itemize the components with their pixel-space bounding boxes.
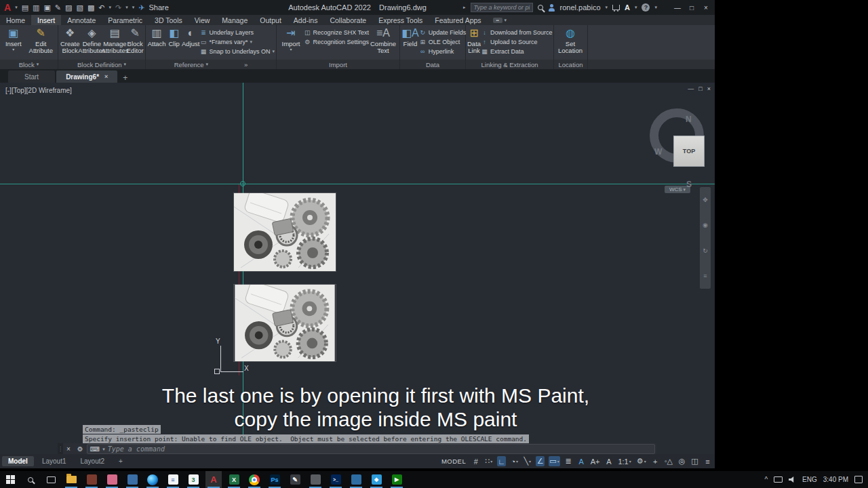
- viewport-controls[interactable]: [-][Top][2D Wireframe]: [5, 87, 72, 94]
- data-link-button[interactable]: ⊞ Data Link: [467, 26, 481, 54]
- tab-add-ins[interactable]: Add-ins: [288, 15, 324, 25]
- update-fields-button[interactable]: ↻ Update Fields: [419, 28, 467, 37]
- layout-tab-layout2[interactable]: Layout2: [74, 456, 111, 466]
- new-drawing-icon[interactable]: ▤: [22, 3, 28, 12]
- clip-button[interactable]: ◧ Clip: [166, 26, 182, 47]
- upload-to-source-button[interactable]: ↑ Upload to Source: [481, 38, 553, 46]
- model-space-label[interactable]: MODEL: [441, 458, 466, 465]
- annotation-scale-button[interactable]: 1:1▾: [617, 456, 631, 466]
- ortho-toggle[interactable]: ∟: [497, 456, 506, 466]
- tray-speaker-icon[interactable]: [789, 476, 796, 483]
- panel-label-block[interactable]: Block▾: [0, 60, 58, 69]
- taskbar-word-button[interactable]: ≡: [165, 471, 181, 488]
- taskbar-excel-button[interactable]: X: [226, 471, 242, 488]
- clean-screen-button[interactable]: ◫: [690, 456, 699, 466]
- close-button[interactable]: ×: [701, 4, 711, 12]
- create-block-button[interactable]: ❖ Create Block: [60, 26, 80, 54]
- annotation-add-button[interactable]: +: [651, 456, 660, 466]
- taskbar-sheet3-button[interactable]: 3: [185, 471, 201, 488]
- taskbar-app-window-button[interactable]: [307, 471, 323, 488]
- help-caret-icon[interactable]: ▾: [654, 5, 657, 10]
- tab-view[interactable]: View: [189, 15, 216, 25]
- customize-wrench-icon[interactable]: ⚙: [77, 445, 83, 453]
- underlay-layers-button[interactable]: ≣ Underlay Layers: [199, 28, 275, 37]
- wcs-menu[interactable]: WCS▾: [665, 186, 690, 193]
- block-editor-button[interactable]: ✎ Block Editor: [126, 26, 144, 54]
- tab-manage[interactable]: Manage: [216, 15, 254, 25]
- tray-language[interactable]: ENG: [802, 476, 817, 483]
- panel-label-import[interactable]: Import: [277, 60, 400, 69]
- taskbar-powershell-button[interactable]: >_: [328, 471, 344, 488]
- taskbar-autocad-button[interactable]: A: [205, 471, 222, 488]
- nav-more-icon[interactable]: ≡: [703, 272, 707, 279]
- tab-home[interactable]: Home: [0, 15, 31, 25]
- set-location-button[interactable]: ◍ Set Location: [555, 26, 585, 54]
- tab-express-tools[interactable]: Express Tools: [372, 15, 429, 25]
- help-icon[interactable]: ?: [642, 3, 650, 12]
- panel-label-reference[interactable]: Reference▾»: [146, 60, 277, 69]
- tab-collaborate[interactable]: Collaborate: [323, 15, 372, 25]
- tray-chevron-icon[interactable]: ^: [764, 476, 768, 483]
- nav-pan-icon[interactable]: ✥: [703, 197, 708, 203]
- qat-customize-caret-icon[interactable]: ▾: [132, 5, 135, 10]
- start-button[interactable]: [2, 471, 18, 488]
- adjust-button[interactable]: ◐ Adjust: [182, 26, 199, 47]
- taskbar-pen-app-button[interactable]: ✎: [287, 471, 303, 488]
- taskbar-app-photos[interactable]: [104, 471, 120, 488]
- manage-attributes-button[interactable]: ▤ Manage Attributes: [103, 26, 126, 54]
- app-store-cart-icon[interactable]: [612, 5, 620, 10]
- recognition-settings-button[interactable]: ⚙ Recognition Settings: [304, 38, 369, 46]
- combine-text-button[interactable]: ≡A Combine Text: [369, 26, 397, 54]
- taskbar-shield-button[interactable]: ◆: [368, 471, 384, 488]
- panel-label-data[interactable]: Data: [400, 60, 466, 69]
- recognize-shx-text-button[interactable]: ◫ Recognize SHX Text: [304, 28, 369, 37]
- ribbon-display-icon[interactable]: ▪▪: [493, 18, 502, 23]
- taskbar-search-button[interactable]: [22, 471, 39, 488]
- add-layout-button[interactable]: +: [113, 456, 129, 466]
- drawing-minimize-button[interactable]: —: [688, 85, 694, 92]
- layout-tab-model[interactable]: Model: [2, 456, 34, 466]
- lineweight-toggle[interactable]: ≣: [564, 456, 573, 466]
- command-close-icon[interactable]: ×: [66, 445, 71, 453]
- taskbar-edge-button[interactable]: [144, 471, 161, 488]
- viewcube-west[interactable]: W: [654, 147, 662, 157]
- user-name[interactable]: ronel.pabico: [560, 3, 601, 12]
- task-view-button[interactable]: [43, 471, 59, 488]
- insert-block-button[interactable]: ▣ Insert ▾: [1, 26, 26, 52]
- user-caret-icon[interactable]: ▾: [606, 5, 608, 10]
- taskbar-green-arrow-button[interactable]: ▶: [389, 471, 405, 488]
- plot-icon[interactable]: ▨: [65, 3, 72, 12]
- hardware-acceleration-button[interactable]: ◎: [677, 456, 686, 466]
- taskbar-doc-blue-button[interactable]: [348, 471, 364, 488]
- attach-button[interactable]: ▥ Attach: [147, 26, 166, 47]
- taskbar-photoshop-button[interactable]: Ps: [267, 471, 283, 488]
- file-tab-start[interactable]: Start: [8, 70, 55, 83]
- minimize-button[interactable]: —: [673, 4, 682, 12]
- dynamic-input-toggle[interactable]: ▭▾: [549, 456, 559, 466]
- redo-caret-icon[interactable]: ▾: [125, 5, 128, 10]
- customization-menu-button[interactable]: ≡: [703, 456, 712, 466]
- user-avatar-icon[interactable]: [548, 4, 555, 12]
- tab-3d-tools[interactable]: 3D Tools: [149, 15, 189, 25]
- tab-output[interactable]: Output: [254, 15, 288, 25]
- field-button[interactable]: ◧A Field: [401, 26, 419, 47]
- undo-icon[interactable]: ↶: [98, 3, 104, 12]
- drawing-canvas[interactable]: [-][Top][2D Wireframe] — □ ×: [0, 83, 715, 454]
- object-snap-tracking-toggle[interactable]: ∠: [536, 456, 545, 466]
- tab-annotate[interactable]: Annotate: [61, 15, 102, 25]
- search-icon[interactable]: [538, 5, 543, 10]
- recent-commands-caret-icon[interactable]: ▾: [102, 447, 105, 452]
- tray-clock[interactable]: 3:40 PM: [823, 476, 848, 483]
- undo-caret-icon[interactable]: ▾: [109, 5, 112, 10]
- taskbar-chrome-button[interactable]: [246, 471, 262, 488]
- viewcube[interactable]: N S W E TOP WCS▾: [646, 102, 707, 197]
- viewcube-top-face[interactable]: TOP: [673, 136, 705, 167]
- command-input[interactable]: [108, 445, 652, 453]
- annotation-monitor-toggle[interactable]: A: [604, 456, 613, 466]
- viewcube-compass-ring[interactable]: N S W E TOP: [650, 108, 704, 163]
- taskbar-app-mail[interactable]: [124, 471, 140, 488]
- command-dock-grip[interactable]: ⋮: [58, 443, 63, 454]
- frames-vary-button[interactable]: ▭ *Frames vary* ▾: [199, 38, 275, 46]
- print-icon[interactable]: ▩: [87, 3, 94, 12]
- autodesk-caret-icon[interactable]: ▾: [635, 5, 637, 10]
